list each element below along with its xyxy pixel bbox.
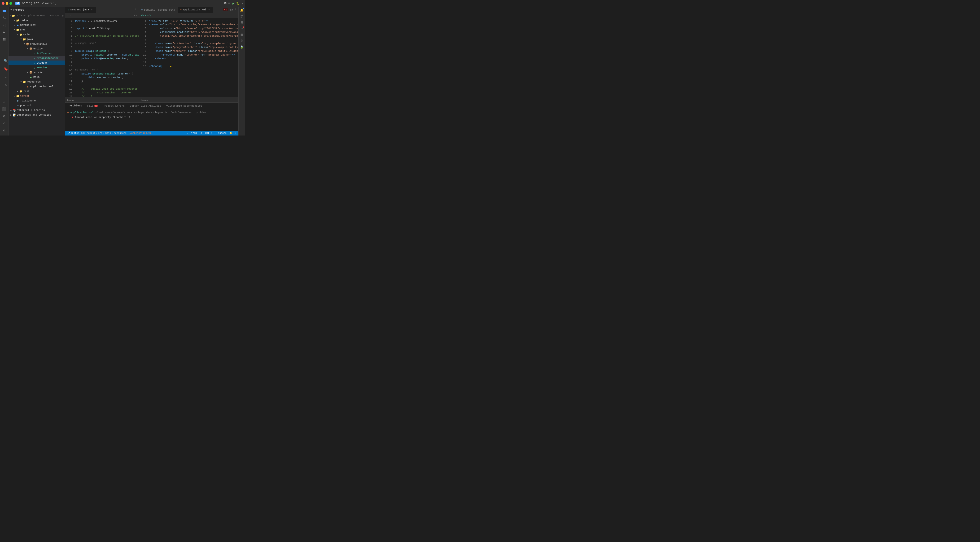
- bottom-tab-server-side[interactable]: Server-Side Analysis: [127, 103, 164, 109]
- xml-horizontal-scrollbar[interactable]: [139, 97, 239, 99]
- tree-item-student[interactable]: ☕ Student: [8, 60, 65, 65]
- tree-item-entity[interactable]: ▼ 📦 entity: [8, 46, 65, 51]
- svg-rect-5: [3, 38, 4, 39]
- svg-rect-6: [4, 38, 5, 39]
- tree-item-artteacher[interactable]: ☕ ArtTeacher: [8, 51, 65, 56]
- xml-more-icon[interactable]: ⋮: [234, 8, 237, 11]
- settings-icon[interactable]: ⚙: [8, 81, 9, 88]
- more-actions-button[interactable]: ⋯: [242, 2, 243, 5]
- sidebar-item-extensions[interactable]: [1, 36, 8, 43]
- tree-item-src[interactable]: ▼ 📁 src: [8, 27, 65, 32]
- sidebar-item-terminal[interactable]: ⬛: [1, 106, 8, 112]
- status-git-branch[interactable]: ⎇ master: [67, 132, 79, 135]
- notifications-icon[interactable]: 🔔: [229, 132, 232, 135]
- bookmark-icon[interactable]: 🔖: [8, 65, 9, 72]
- minimize-button[interactable]: [6, 2, 8, 5]
- tree-item-pom[interactable]: m pom.xml: [8, 103, 65, 108]
- tree-item-external-libs[interactable]: ▶ 📚 External Libraries: [8, 108, 65, 113]
- tab-student-java[interactable]: ☕ Student.java ✕: [65, 6, 96, 13]
- problems-tab-label: Problems: [70, 104, 82, 107]
- bottom-tab-problems[interactable]: Problems: [67, 103, 84, 109]
- xml-actions-icon[interactable]: ▲▼: [230, 8, 233, 11]
- sidebar-item-services[interactable]: ⚙: [1, 113, 8, 119]
- tree-item-idea[interactable]: ▶ 📁 .idea: [8, 18, 65, 23]
- tab-application-xml[interactable]: ◈ application.xml ✕: [178, 6, 213, 13]
- more-sidebar-icon[interactable]: ⋮: [239, 51, 245, 56]
- sidebar-item-todo[interactable]: ✓: [1, 120, 8, 127]
- problem-count: 1 problem: [193, 111, 206, 114]
- cursor-position[interactable]: 12:8: [191, 132, 197, 135]
- xml-breadcrumb: <beans>: [139, 13, 239, 18]
- update-icon[interactable]: ⬆: [235, 132, 237, 135]
- breadcrumb-resources: resources: [114, 132, 127, 135]
- tree-item-springtest-mod[interactable]: ▶ ◉ SpringTest: [8, 23, 65, 27]
- maven-sidebar-icon[interactable]: m: [239, 26, 245, 31]
- xml-code-content[interactable]: 12345 678910 111213 <?xml version="1.0" …: [139, 18, 239, 97]
- tree-item-teacher[interactable]: ☕ Teacher: [8, 65, 65, 70]
- bookmark-sidebar-icon[interactable]: [239, 20, 245, 25]
- code-line-1: package org.example.entity;: [74, 19, 139, 23]
- tree-label-resources: resources: [27, 80, 41, 83]
- tree-item-main-class[interactable]: ▶ Main: [8, 75, 65, 79]
- sidebar-item-search[interactable]: [1, 22, 8, 29]
- java-tab-icon: ☕: [68, 8, 69, 11]
- indent-status[interactable]: 4 spaces: [215, 132, 227, 135]
- tree-item-application-xml[interactable]: ◈ application.xml: [8, 84, 65, 89]
- tree-item-gitignore[interactable]: ⚙ .gitignore: [8, 99, 65, 103]
- tree-item-java[interactable]: ▼ 📁 java: [8, 37, 65, 41]
- sidebar-item-run[interactable]: ▶: [1, 29, 8, 35]
- tree-item-target[interactable]: ▶ 📁 target: [8, 94, 65, 99]
- tab-pom-xml[interactable]: m pom.xml (SpringTest): [139, 6, 178, 13]
- search-everywhere-icon[interactable]: 🔍: [8, 57, 9, 64]
- project-folder-icon: 📁: [12, 14, 15, 17]
- close-button[interactable]: [2, 2, 5, 5]
- problem-error-row[interactable]: ● Cannot resolve property 'teacher' 9: [67, 115, 237, 120]
- tab-close-application-xml[interactable]: ✕: [207, 8, 211, 11]
- debug-button[interactable]: 🐛: [236, 2, 240, 5]
- gradle-sidebar-icon[interactable]: G: [239, 38, 245, 43]
- problem-file-row[interactable]: ◈ application.xml ~/Desktop/CS/JavaEE/2 …: [67, 110, 237, 115]
- tab-close-student[interactable]: ✕: [90, 8, 94, 11]
- horizontal-scrollbar[interactable]: [65, 97, 139, 99]
- bottom-tab-project-errors[interactable]: Project Errors: [100, 103, 127, 109]
- tree-item-service[interactable]: ▶ 📦 service: [8, 70, 65, 75]
- bottom-tab-vulnerable[interactable]: Vulnerable Dependencies: [164, 103, 205, 109]
- editor-actions-icon[interactable]: ⋮: [134, 8, 137, 12]
- tree-item-programteacher[interactable]: ☕ ProgramTeacher: [8, 56, 65, 60]
- run-button[interactable]: ▶: [232, 2, 234, 5]
- edit-icon[interactable]: ✏: [8, 73, 9, 80]
- tree-item-springtest-root[interactable]: ▼ 📁 SpringTest ~/Desktop/CS/JavaEE/2 Jav…: [8, 13, 65, 18]
- sidebar-item-problems[interactable]: ⚠: [1, 99, 8, 105]
- tree-item-scratches[interactable]: ▶ 📝 Scratches and Consoles: [8, 113, 65, 117]
- tree-arrow: ▶: [10, 108, 13, 112]
- java-file-icon: ☕: [33, 57, 36, 60]
- sidebar-item-settings[interactable]: ⚙: [1, 127, 8, 134]
- tree-item-org-example[interactable]: ▼ 📦 org.example: [8, 41, 65, 46]
- spring-sidebar-icon[interactable]: 🍃: [239, 45, 245, 50]
- maximize-button[interactable]: [10, 2, 12, 5]
- code-line-16: [74, 83, 139, 87]
- encoding-status[interactable]: UTF-8: [205, 132, 212, 135]
- breadcrumb-sep-1: ›: [96, 132, 97, 135]
- notifications-sidebar-icon[interactable]: 🔔: [239, 8, 245, 13]
- tree-item-main[interactable]: ▼ 📁 main: [8, 32, 65, 37]
- bottom-tab-file[interactable]: File 1: [85, 103, 100, 109]
- line-separator[interactable]: LF: [200, 132, 202, 135]
- tree-label-test: test: [24, 90, 30, 93]
- xml-code-lines[interactable]: <?xml version="1.0" encoding="UTF-8"?> <…: [148, 18, 239, 97]
- tree-arrow: ▶: [10, 113, 13, 117]
- student-code-lines[interactable]: package org.example.entity; import lombo…: [74, 18, 139, 97]
- sidebar-item-git[interactable]: [1, 15, 8, 21]
- structure-icon[interactable]: [239, 14, 245, 19]
- sidebar-item-project[interactable]: [1, 8, 8, 14]
- project-panel: ▼ Project ▼ 📁 SpringTest ~/Desktop/CS/Ja…: [8, 6, 65, 135]
- student-code-content[interactable]: 12345 678910 1112131415 1617181920 21222…: [65, 18, 139, 97]
- tree-spacer: [23, 85, 26, 88]
- tree-item-test[interactable]: ▶ 📁 test: [8, 89, 65, 94]
- tree-label-service: service: [33, 71, 44, 74]
- database-sidebar-icon[interactable]: [239, 32, 245, 37]
- file-tab-badge: 1: [94, 105, 97, 107]
- branch-selector[interactable]: ⎇ master ⌄: [41, 2, 56, 5]
- tree-item-resources[interactable]: ▼ 📁 resources: [8, 79, 65, 84]
- error-count: 1: [226, 8, 227, 11]
